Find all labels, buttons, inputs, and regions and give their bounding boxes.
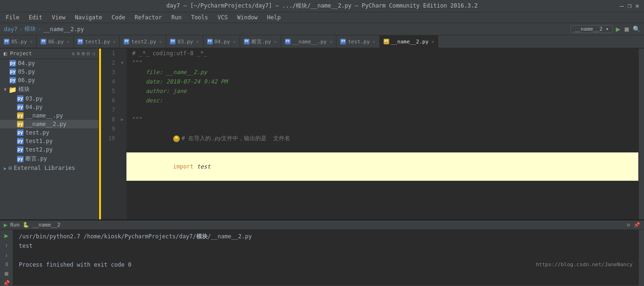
- tab-close-test1py[interactable]: ×: [113, 39, 116, 44]
- menu-view[interactable]: View: [50, 13, 67, 22]
- menu-tools[interactable]: Tools: [189, 13, 210, 22]
- menu-run[interactable]: Run: [169, 13, 184, 22]
- menu-bar: File Edit View Navigate Code Refactor Ru…: [0, 12, 644, 23]
- breadcrumb-mokuai[interactable]: 模块: [25, 25, 36, 33]
- tab-label-test1py: test1.py: [85, 39, 110, 45]
- folder-label: 模块: [18, 85, 30, 93]
- tab-icon-duanyan: py: [244, 39, 250, 44]
- tab-close-test2py[interactable]: ×: [159, 39, 162, 44]
- tab-03py[interactable]: py 03.py ×: [166, 35, 203, 48]
- run-button[interactable]: ▶: [616, 25, 620, 34]
- sidebar-label: 04.py: [25, 104, 42, 110]
- scroll-down-icon[interactable]: ↓: [5, 252, 8, 258]
- code-line-4: date: 2018-07-24 9:42 PM: [126, 77, 638, 86]
- sidebar-item-folder-mokuai[interactable]: ▼ 📁 模块: [0, 84, 99, 94]
- sidebar-item-06py[interactable]: py 06.py: [0, 76, 99, 84]
- scroll-lock-icon[interactable]: 📌: [634, 222, 640, 228]
- ext-libs-icon: ⊞: [8, 165, 12, 171]
- run-again-icon[interactable]: ▶: [4, 232, 8, 239]
- menu-navigate[interactable]: Navigate: [73, 13, 104, 22]
- code-content[interactable]: # _*_ coding:utf-8 _*_ """ file: __name_…: [126, 49, 638, 219]
- py-yellow-icon-selected: py: [17, 121, 24, 127]
- menu-file[interactable]: File: [4, 13, 21, 22]
- minimize-button[interactable]: –: [620, 2, 624, 9]
- collapse-icon[interactable]: ⊟: [87, 50, 90, 57]
- tab-04py[interactable]: py 04.py ×: [203, 35, 240, 48]
- run-dropdown[interactable]: __name__2 ▾: [570, 25, 613, 33]
- terminal-line-4: Process finished with exit code 0 https:…: [19, 260, 633, 269]
- run-tab-label[interactable]: Run: [10, 222, 20, 228]
- blog-link[interactable]: https://blog.csdn.net/JaneNancy: [536, 260, 633, 269]
- tab-06py[interactable]: py 06.py ×: [37, 35, 74, 48]
- code-line-1: # _*_ coding:utf-8 _*_: [126, 49, 638, 58]
- bottom-scrollbar[interactable]: [638, 230, 644, 286]
- tab-icon-testpy: py: [340, 39, 346, 44]
- scroll-up-icon[interactable]: ↑: [5, 242, 8, 249]
- menu-edit[interactable]: Edit: [27, 13, 44, 22]
- fold-indicator-2[interactable]: ▼: [121, 60, 123, 65]
- stop-icon-bottom[interactable]: ⏹: [4, 270, 9, 277]
- stop-button[interactable]: ⏹: [623, 25, 630, 33]
- menu-code[interactable]: Code: [110, 13, 127, 22]
- sidebar-item-03py[interactable]: py 03.py: [0, 94, 99, 103]
- tip-bulb: 💡: [173, 135, 180, 142]
- tab-close-05py[interactable]: ×: [30, 39, 33, 44]
- menu-vcs[interactable]: VCS: [216, 13, 230, 22]
- close-button[interactable]: ✕: [636, 2, 639, 9]
- breadcrumb-day7[interactable]: day7: [4, 26, 17, 33]
- tab-close-06py[interactable]: ×: [67, 39, 69, 44]
- py-file-icon: py: [9, 68, 16, 75]
- tab-test1py[interactable]: py test1.py ×: [74, 35, 120, 48]
- sidebar-item-test2py[interactable]: py test2.py: [0, 145, 99, 154]
- pin-icon[interactable]: 📌: [3, 280, 10, 286]
- sidebar-item-namepy[interactable]: py __name__.py: [0, 111, 99, 120]
- sidebar-item-name2py[interactable]: py __name__2.py: [0, 120, 99, 128]
- maximize-button[interactable]: ❐: [627, 2, 631, 9]
- breadcrumb-file[interactable]: __name__2.py: [43, 26, 84, 33]
- sidebar-item-testpy[interactable]: py test.py: [0, 128, 99, 137]
- menu-help[interactable]: Help: [265, 13, 283, 22]
- terminal-line-2: test: [19, 241, 633, 251]
- terminal-exit-message: Process finished with exit code 0: [19, 261, 131, 268]
- fold-indicator-8[interactable]: ▶: [121, 117, 123, 122]
- sidebar-label: 03.py: [25, 95, 42, 102]
- settings-icon-bottom[interactable]: ⚙: [627, 222, 630, 228]
- editor-scroll[interactable]: 1 2 ▼ 3 4 5: [99, 49, 644, 219]
- sidebar-item-04py-2[interactable]: py 04.py: [0, 103, 99, 111]
- menu-window[interactable]: Window: [235, 13, 259, 22]
- tab-close-testpy[interactable]: ×: [373, 39, 376, 44]
- code-line-9: 💡# 在导入的.py文件中，输出的是 文件名: [126, 124, 638, 152]
- tab-close-name2py[interactable]: ×: [431, 39, 434, 44]
- terminal-output: /usr/bin/python2.7 /home/kiosk/PycharmPr…: [13, 230, 638, 286]
- tab-close-name1py[interactable]: ×: [329, 39, 332, 44]
- gear-icon[interactable]: ⚙: [77, 50, 80, 57]
- tab-name1py[interactable]: py __name__.py ×: [281, 35, 337, 48]
- pause-icon[interactable]: ⏸: [4, 261, 9, 268]
- search-icon[interactable]: 🔍: [633, 25, 640, 33]
- tab-label-name2py: __name__2.py: [391, 39, 428, 45]
- hide-icon[interactable]: ◁: [92, 50, 95, 57]
- sidebar-item-test1py[interactable]: py test1.py: [0, 137, 99, 145]
- run-icon-bottom: ▶: [4, 221, 8, 228]
- tab-label-name1py: __name__.py: [293, 39, 327, 45]
- editor-scrollbar[interactable]: [638, 49, 644, 219]
- sync-icon[interactable]: ⇅: [72, 50, 75, 57]
- tab-label-03py: 03.py: [177, 39, 193, 45]
- menu-refactor[interactable]: Refactor: [133, 13, 164, 22]
- tab-test2py[interactable]: py test2.py ×: [120, 35, 166, 48]
- sidebar-item-duanyanpy[interactable]: py 断言.py: [0, 154, 99, 164]
- sidebar-item-05py[interactable]: py 05.py: [0, 67, 99, 76]
- tab-close-04py[interactable]: ×: [233, 39, 236, 44]
- tab-label-test2py: test2.py: [131, 39, 156, 45]
- sidebar-title: ◧ Project: [4, 50, 32, 57]
- tab-label-06py: 06.py: [48, 39, 64, 45]
- expand-icon[interactable]: ⊞: [82, 50, 85, 57]
- tab-testpy[interactable]: py test.py ×: [336, 35, 379, 48]
- tab-close-03py[interactable]: ×: [196, 39, 199, 44]
- tab-duanyan[interactable]: py 断言.py ×: [240, 35, 281, 48]
- sidebar-item-external-libs[interactable]: ▶ ⊞ External Libraries: [0, 164, 99, 172]
- tab-05py[interactable]: py 05.py ×: [0, 35, 37, 48]
- tab-name2py[interactable]: py __name__2.py ×: [380, 35, 439, 48]
- sidebar-item-04py-1[interactable]: py 04.py: [0, 59, 99, 67]
- tab-close-duanyan[interactable]: ×: [274, 39, 277, 44]
